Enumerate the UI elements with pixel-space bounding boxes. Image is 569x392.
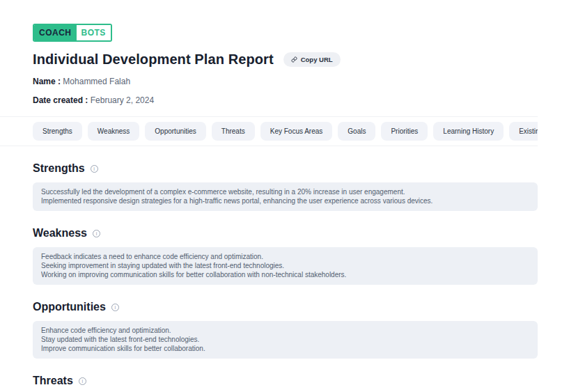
content-line: Feedback indicates a need to enhance cod… (41, 252, 529, 261)
name-row: Name : Mohammed Falah (33, 77, 538, 86)
info-icon[interactable] (93, 230, 100, 237)
tab-opportunities[interactable]: Opportunities (145, 122, 205, 141)
section-strengths: Strengths Successfully led the developme… (33, 162, 538, 211)
weakness-title-text: Weakness (33, 227, 87, 240)
info-icon[interactable] (79, 377, 86, 385)
content-line: Improve communication skills for better … (41, 344, 529, 353)
weakness-heading: Weakness (33, 227, 538, 240)
copy-url-label: Copy URL (301, 56, 333, 63)
section-weakness: Weakness Feedback indicates a need to en… (33, 227, 538, 285)
weakness-content-box: Feedback indicates a need to enhance cod… (33, 247, 538, 285)
date-created-value: February 2, 2024 (91, 95, 154, 105)
copy-url-button[interactable]: Copy URL (283, 52, 341, 67)
strengths-heading: Strengths (33, 162, 538, 175)
logo-coach-text: COACH (34, 25, 77, 40)
tab-key-focus-areas[interactable]: Key Focus Areas (260, 122, 333, 141)
date-created-row: Date created : February 2, 2024 (33, 95, 538, 105)
info-icon[interactable] (91, 165, 98, 173)
info-icon[interactable] (111, 304, 119, 311)
content-line: Implemented responsive design strategies… (41, 196, 529, 205)
tab-threats[interactable]: Threats (212, 122, 255, 141)
content-line: Working on improving communication skill… (41, 270, 529, 279)
coachbots-logo: COACH BOTS (33, 24, 112, 42)
threats-title-text: Threats (33, 375, 73, 387)
threats-heading: Threats (33, 375, 538, 387)
opportunities-content-box: Enhance code efficiency and optimization… (33, 321, 538, 359)
tab-goals[interactable]: Goals (338, 122, 375, 141)
content-line: Seeking improvement in staying updated w… (41, 261, 529, 270)
name-label: Name : (33, 77, 61, 86)
logo-bots-text: BOTS (77, 25, 111, 40)
tab-strengths[interactable]: Strengths (33, 122, 82, 141)
page-title: Individual Development Plan Report (33, 52, 274, 68)
tab-priorities[interactable]: Priorities (381, 122, 428, 141)
content-line: Successfully led the development of a co… (41, 187, 529, 196)
tab-learning-history[interactable]: Learning History (433, 122, 504, 141)
date-created-label: Date created : (33, 95, 88, 105)
content-line: Stay updated with the latest front-end t… (41, 335, 529, 344)
opportunities-title-text: Opportunities (33, 301, 106, 313)
report-page: COACH BOTS Individual Development Plan R… (0, 0, 569, 392)
strengths-title-text: Strengths (33, 162, 85, 175)
content-line: Enhance code efficiency and optimization… (41, 326, 529, 335)
tab-existing-key-skills[interactable]: Existing Key Skills (Hard Skills) (509, 122, 538, 141)
link-icon (291, 56, 297, 63)
name-value: Mohammed Falah (63, 77, 130, 86)
tab-bar: Strengths Weakness Opportunities Threats… (0, 116, 538, 146)
tab-weakness[interactable]: Weakness (88, 122, 140, 141)
opportunities-heading: Opportunities (33, 301, 538, 313)
section-threats: Threats Limited time for upskilling due … (33, 375, 538, 392)
section-opportunities: Opportunities Enhance code efficiency an… (33, 301, 538, 359)
strengths-content-box: Successfully led the development of a co… (33, 182, 538, 211)
